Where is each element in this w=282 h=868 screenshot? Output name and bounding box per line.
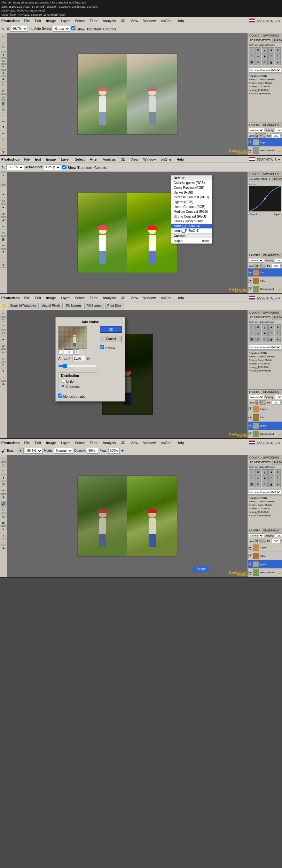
tool-text[interactable]: T [1, 125, 6, 130]
adj-photo-filter[interactable]: ⬡ [268, 54, 274, 59]
tool-zoom-4[interactable]: ⊕ [1, 546, 6, 551]
tool-move-2[interactable]: ↖ [1, 173, 6, 178]
menu-help-4[interactable]: Help [175, 440, 185, 445]
menu-select-1[interactable]: Select [73, 18, 86, 23]
lock-all-4[interactable]: 🔒 [262, 539, 266, 543]
auto-select-select-2[interactable]: Group [44, 164, 61, 170]
tool-path-select[interactable]: ▸ [1, 131, 6, 136]
tool-eyedropper-2[interactable]: ✒ [1, 205, 6, 210]
adj-gradient-map-3[interactable]: ▓ [268, 337, 274, 342]
menu-help-1[interactable]: Help [175, 18, 185, 23]
tool-pen-3[interactable]: ✏ [1, 362, 6, 368]
tool-eraser-3[interactable]: ◻ [1, 356, 6, 362]
mode-select-4[interactable]: Normal [54, 448, 73, 454]
tool-lasso-3[interactable]: ⌒ [1, 324, 6, 330]
fill-screen-btn[interactable]: Fill Screen [85, 303, 104, 309]
dropdown-strong-contrast[interactable]: Strong Contrast (RGB) [171, 214, 212, 219]
preset-strong-4[interactable]: Strong Contrast (RGB) [248, 500, 282, 503]
curves-dropdown[interactable]: Default Color Negative (RGB) Cross Proce… [171, 175, 212, 244]
adj-channel-mix-4[interactable]: 🎚 [275, 475, 281, 481]
menu-window-2[interactable]: Window [142, 157, 157, 162]
tool-brush[interactable]: 🖌 [1, 76, 6, 82]
tab-adjustments-4[interactable]: ADJUSTMENTS [248, 460, 273, 465]
show-transform-check-2[interactable] [62, 165, 66, 169]
tool-pen-4[interactable]: ✏ [1, 526, 6, 532]
tab-masks-3[interactable]: MASKS [273, 315, 282, 320]
fill-input-4[interactable] [272, 539, 281, 543]
tool-magic-wand-4[interactable]: ✦ [1, 475, 6, 481]
brush-picker-btn[interactable]: ▾ [18, 447, 24, 454]
tool-history[interactable]: ⟳ [1, 89, 6, 94]
eye-bg3[interactable]: 👁 [248, 432, 252, 436]
adj-posterize[interactable]: ▤ [255, 60, 261, 65]
menu-select-4[interactable]: Select [73, 440, 86, 445]
tool-magic-wand-2[interactable]: ✦ [1, 192, 6, 197]
tab-adjustments-3[interactable]: ADJUSTMENTS [248, 315, 273, 320]
essentials-2[interactable]: ESSENTIALS ▼ [249, 157, 281, 161]
menu-filter-1[interactable]: Filter [89, 18, 99, 23]
layer-row-cat3[interactable]: 👁 Cat... [248, 413, 282, 422]
preset-cross-subtle[interactable]: Cross - Super Subtle [248, 81, 282, 85]
tab-swatches-2[interactable]: SWATCHES [261, 172, 281, 176]
adj-color-balance[interactable]: ⊗ [255, 54, 261, 59]
adj-threshold-4[interactable]: ◫ [262, 482, 268, 487]
lock-pixel-1[interactable]: ✕ [259, 133, 262, 138]
adj-selective-color-4[interactable]: ◈ [275, 482, 281, 487]
adj-posterize-3[interactable]: ▤ [255, 337, 261, 342]
tool-shape[interactable]: □ [1, 137, 6, 143]
dialog-cancel-btn[interactable]: Cancel [100, 336, 122, 342]
menu-3d-1[interactable]: 3D [120, 18, 127, 23]
adj-photo-filter-4[interactable]: ⬡ [268, 475, 274, 481]
tab-adjustments-1[interactable]: ADJUSTMENTS [248, 38, 273, 42]
layer-row-cat4[interactable]: 👁 Cat... [248, 552, 282, 560]
tab-channels-2[interactable]: CHANNELS [262, 253, 280, 257]
tab-color-2[interactable]: COLOR [248, 172, 261, 176]
tool-crop[interactable]: ⊡ [1, 58, 6, 64]
print-size-btn[interactable]: Print Size [105, 303, 123, 309]
tool-heal-4[interactable]: ⊕ [1, 494, 6, 500]
dropdown-darker[interactable]: Darker (RGB) [171, 190, 212, 195]
airbrush-icon[interactable]: ✦ [121, 448, 124, 453]
preset-c41e6-4[interactable]: corneg_C-41toE-6 [248, 507, 282, 510]
eye-bg1[interactable]: 👁 [248, 149, 252, 153]
layer-row-lay4[interactable]: 👁 Layer... [248, 544, 282, 552]
gaussian-radio[interactable] [61, 384, 65, 388]
tab-masks-1[interactable]: MASKS [273, 38, 282, 42]
tool-lasso-2[interactable]: ⌒ [1, 185, 6, 191]
layer-row-grain4[interactable]: 👁 grain [248, 560, 282, 568]
tool-lasso-4[interactable]: ⌒ [1, 469, 6, 474]
adj-vibrance-4[interactable]: ❋ [275, 469, 281, 475]
preset-c41e6[interactable]: corneg_C-41toE-6 [248, 85, 282, 88]
menu-select-2[interactable]: Select [73, 157, 86, 162]
adj-exposure-3[interactable]: ◑ [268, 324, 274, 330]
lock-position-3[interactable]: ⊡ [255, 400, 258, 405]
amount-input[interactable] [72, 356, 85, 361]
actual-pixels-btn[interactable]: Actual Pixels [40, 303, 63, 309]
eye-grain4[interactable]: 👁 [248, 562, 252, 566]
preset-c41e6-3[interactable]: corneg_C-41toE-6 [248, 362, 282, 365]
menu-analysis-1[interactable]: Analysis [101, 18, 117, 23]
dropdown-linear-contrast[interactable]: Linear Contrast (RGB) [171, 205, 212, 209]
zoom-plus-btn[interactable]: + [74, 349, 79, 354]
flow-input-4[interactable] [108, 448, 120, 454]
essentials-1[interactable]: ESSENTIALS ▼ [249, 19, 281, 23]
fill-input-3[interactable] [272, 400, 281, 405]
tool-gradient-2[interactable]: ▦ [1, 237, 6, 242]
preset-e6c41[interactable]: corneg_E-6toC-41 [248, 88, 282, 92]
preview-checkbox-row[interactable]: Preview [100, 345, 122, 350]
eye-cat1-2[interactable]: 👁 [248, 271, 252, 275]
preset-cross-subtle-3[interactable]: Cross - Super Subtle [248, 358, 282, 362]
menu-window-1[interactable]: Window [142, 18, 157, 23]
tool-blur[interactable]: ◎ [1, 106, 6, 112]
menu-edit-3[interactable]: Edit [34, 295, 42, 301]
tab-paths-4[interactable]: PATHS [280, 528, 282, 533]
fill-input-1[interactable] [272, 133, 281, 138]
menu-image-3[interactable]: Image [45, 295, 57, 301]
menu-onone-3[interactable]: onOne [160, 295, 173, 301]
hand-tool-icon-3[interactable]: ✋ [1, 303, 7, 308]
tool-hand-3[interactable]: ✋ [1, 375, 6, 381]
dropdown-lighter[interactable]: Lighter (RGB) [171, 199, 212, 205]
lock-pixel-2[interactable]: ✕ [259, 264, 262, 268]
menu-help-3[interactable]: Help [175, 295, 185, 301]
tool-dodge[interactable]: ○ [1, 113, 6, 118]
